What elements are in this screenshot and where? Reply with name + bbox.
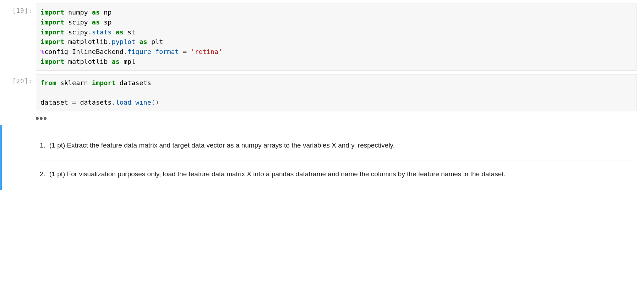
rendered-markdown: (1 pt) Extract the feature data matrix a… — [36, 125, 637, 180]
code-cell[interactable]: [20]: from sklearn import datasets datas… — [0, 74, 644, 121]
dot-icon — [36, 117, 39, 120]
code-editor[interactable]: from sklearn import datasets dataset = d… — [36, 74, 637, 111]
list-item: (1 pt) For visualization purposes only, … — [47, 169, 635, 179]
markdown-cell[interactable]: (1 pt) Extract the feature data matrix a… — [0, 125, 644, 190]
cell-body: from sklearn import datasets dataset = d… — [36, 74, 644, 121]
divider — [38, 132, 635, 132]
collapsed-output-icon[interactable] — [36, 116, 637, 121]
dot-icon — [40, 117, 43, 120]
cell-body: (1 pt) Extract the feature data matrix a… — [36, 125, 644, 190]
divider — [38, 161, 635, 161]
input-prompt: [19]: — [2, 4, 36, 71]
code-editor[interactable]: import numpy as np import scipy as sp im… — [36, 4, 637, 71]
dot-icon — [44, 117, 47, 120]
notebook: [19]: import numpy as np import scipy as… — [0, 0, 644, 197]
input-prompt: [20]: — [2, 74, 36, 121]
input-prompt — [2, 125, 36, 190]
cell-body: import numpy as np import scipy as sp im… — [36, 4, 644, 71]
code-cell[interactable]: [19]: import numpy as np import scipy as… — [0, 4, 644, 71]
list-item: (1 pt) Extract the feature data matrix a… — [47, 140, 635, 151]
